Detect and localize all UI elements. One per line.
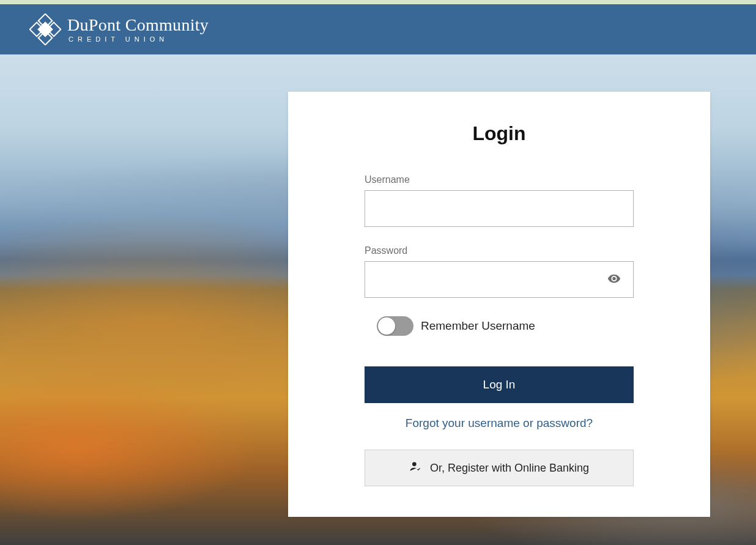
brand-name-line1: DuPont Community	[67, 17, 209, 34]
username-input[interactable]	[365, 191, 633, 226]
brand-mark-icon	[29, 13, 61, 45]
register-button[interactable]: Or, Register with Online Banking	[365, 450, 634, 486]
toggle-thumb	[378, 317, 395, 335]
username-input-wrap	[365, 190, 634, 227]
eye-icon	[607, 278, 621, 287]
svg-point-5	[412, 462, 417, 466]
remember-username-toggle[interactable]	[377, 316, 413, 336]
remember-row: Remember Username	[365, 316, 634, 336]
brand-text: DuPont Community CREDIT UNION	[67, 17, 209, 43]
register-label: Or, Register with Online Banking	[430, 462, 589, 475]
login-heading: Login	[365, 122, 634, 145]
login-button[interactable]: Log In	[365, 366, 634, 403]
site-header: DuPont Community CREDIT UNION	[0, 4, 756, 54]
svg-rect-4	[39, 23, 53, 37]
password-input-wrap	[365, 261, 634, 298]
password-label: Password	[365, 245, 634, 256]
person-check-icon	[409, 461, 421, 476]
brand-logo[interactable]: DuPont Community CREDIT UNION	[29, 13, 209, 45]
show-password-button[interactable]	[604, 269, 624, 291]
remember-label: Remember Username	[421, 319, 535, 333]
brand-name-line2: CREDIT UNION	[69, 36, 209, 43]
forgot-credentials-link[interactable]: Forgot your username or password?	[365, 417, 634, 430]
password-input[interactable]	[365, 262, 633, 297]
login-card: Login Username Password Remember Usernam…	[288, 92, 710, 517]
username-field-group: Username	[365, 174, 634, 227]
password-field-group: Password	[365, 245, 634, 298]
username-label: Username	[365, 174, 634, 185]
top-accent-strip	[0, 0, 756, 4]
